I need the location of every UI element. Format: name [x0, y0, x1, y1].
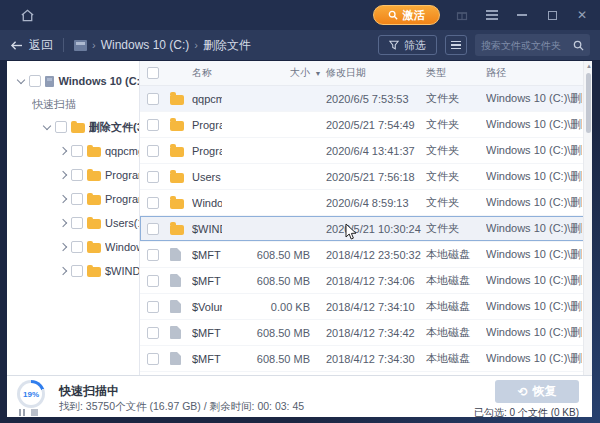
chevron-right-icon[interactable]: [59, 267, 67, 275]
row-checkbox[interactable]: [147, 275, 159, 287]
cell-date: 2020/6/4 13:41:37: [326, 145, 426, 157]
maximize-button[interactable]: [544, 7, 560, 23]
row-checkbox[interactable]: [147, 119, 159, 131]
cell-path: Windows 10 (C:)\删除...: [486, 117, 582, 132]
divider: [63, 38, 64, 52]
row-checkbox[interactable]: [147, 353, 159, 365]
cell-path: Windows 10 (C:)\删除...: [486, 221, 582, 236]
chevron-down-icon[interactable]: [17, 77, 25, 85]
gift-icon[interactable]: [454, 7, 470, 23]
row-checkbox[interactable]: [147, 249, 159, 261]
header-path[interactable]: 路径: [486, 66, 582, 80]
cell-type: 本地磁盘: [426, 273, 486, 288]
title-bar: 激活 ✕: [0, 0, 600, 30]
tree-item-folder[interactable]: $WINDO...: [7, 259, 139, 283]
chevron-down-icon[interactable]: [43, 123, 51, 131]
filter-button[interactable]: 筛选: [378, 35, 437, 55]
cell-date: 2018/4/12 7:34:06: [326, 275, 426, 287]
table-row[interactable]: Program Files 2020/5/21 7:54:49 文件夹 Wind…: [140, 112, 592, 138]
chevron-right-icon[interactable]: [59, 219, 67, 227]
table-row[interactable]: $Volume 0.00 KB 2018/4/12 7:34:10 本地磁盘 W…: [140, 294, 592, 320]
close-button[interactable]: ✕: [574, 7, 590, 23]
file-table: 名称 大小 ▼ 修改日期 类型 路径 qqpcmgr_docpro 2020/6…: [140, 61, 592, 375]
folder-icon: [87, 243, 101, 253]
tree-item-folder[interactable]: Windows...: [7, 235, 139, 259]
table-row[interactable]: Users 2020/5/21 7:56:18 文件夹 Windows 10 (…: [140, 164, 592, 190]
row-checkbox[interactable]: [147, 197, 159, 209]
file-type-icon: [170, 173, 184, 183]
table-row[interactable]: $MFT 608.50 MB 2018/4/12 7:34:30 本地磁盘 Wi…: [140, 346, 592, 372]
back-button[interactable]: 返回: [10, 37, 53, 54]
chevron-right-icon[interactable]: [59, 147, 67, 155]
tree-item-folder[interactable]: Users(16...: [7, 211, 139, 235]
row-checkbox[interactable]: [147, 171, 159, 183]
chevron-right-icon[interactable]: [59, 243, 67, 251]
table-row[interactable]: $MFT 608.50 MB 2018/4/12 7:34:06 本地磁盘 Wi…: [140, 268, 592, 294]
vertical-scrollbar[interactable]: ▲: [583, 61, 592, 375]
tree-item-folder[interactable]: Program ...: [7, 163, 139, 187]
row-checkbox[interactable]: [147, 301, 159, 313]
chevron-right-icon[interactable]: [59, 195, 67, 203]
cell-path: Windows 10 (C:)\删除...: [486, 273, 582, 288]
table-row[interactable]: qqpcmgr_docpro 2020/6/5 7:53:53 文件夹 Wind…: [140, 86, 592, 112]
tree-item-deleted-files[interactable]: 删除文件(337...: [7, 115, 139, 139]
cell-type: 文件夹: [426, 221, 486, 236]
tree-item-folder[interactable]: Program...: [7, 187, 139, 211]
scrollbar-thumb[interactable]: [586, 73, 591, 133]
breadcrumb-separator: ›: [92, 39, 96, 51]
breadcrumb-folder[interactable]: 删除文件: [203, 37, 251, 54]
tree-item-quick-scan[interactable]: 快速扫描: [7, 93, 139, 115]
cell-type: 文件夹: [426, 143, 486, 158]
cell-name: $MFT: [192, 249, 222, 261]
tree-checkbox[interactable]: [55, 121, 67, 133]
scroll-up-icon[interactable]: ▲: [586, 63, 592, 69]
breadcrumb-drive[interactable]: Windows 10 (C:): [101, 38, 190, 52]
table-row[interactable]: $WINDOWS.~BT 2020/5/21 10:30:24 文件夹 Wind…: [140, 216, 592, 242]
tree-item-folder[interactable]: qqpcmgr...: [7, 139, 139, 163]
table-row[interactable]: ProgramData 2020/6/4 13:41:37 文件夹 Window…: [140, 138, 592, 164]
tree-checkbox[interactable]: [71, 265, 83, 277]
table-row[interactable]: Windows 2020/6/4 8:59:13 文件夹 Windows 10 …: [140, 190, 592, 216]
cell-name: $Volume: [192, 301, 222, 313]
tree-checkbox[interactable]: [71, 145, 83, 157]
window-frame: [0, 417, 600, 423]
breadcrumb-separator: ›: [194, 39, 198, 51]
header-size[interactable]: 大小: [222, 66, 310, 80]
list-view-button[interactable]: [445, 35, 467, 55]
tree-checkbox[interactable]: [71, 169, 83, 181]
tree-checkbox[interactable]: [29, 75, 41, 87]
recover-button[interactable]: ⟲ 恢复: [495, 380, 579, 403]
activate-button[interactable]: 激活: [373, 5, 440, 25]
folder-icon: [71, 123, 85, 133]
header-type[interactable]: 类型: [426, 66, 486, 80]
cell-date: 2018/4/12 7:34:42: [326, 327, 426, 339]
search-input[interactable]: [481, 40, 573, 51]
folder-icon: [87, 219, 101, 229]
scan-status-title: 快速扫描中: [59, 383, 119, 400]
row-checkbox[interactable]: [147, 327, 159, 339]
sort-arrow-icon[interactable]: ▼: [310, 70, 326, 77]
tree-checkbox[interactable]: [71, 241, 83, 253]
table-row[interactable]: $MFT 608.50 MB 2018/4/12 7:34:42 本地磁盘 Wi…: [140, 320, 592, 346]
menu-icon[interactable]: [484, 7, 500, 23]
folder-icon: [87, 267, 101, 277]
select-all-checkbox[interactable]: [147, 67, 159, 79]
tree-checkbox[interactable]: [71, 217, 83, 229]
activate-label: 激活: [403, 8, 425, 23]
pause-icon[interactable]: [19, 409, 25, 416]
chevron-right-icon[interactable]: [59, 171, 67, 179]
row-checkbox[interactable]: [147, 145, 159, 157]
table-row[interactable]: $MFT 608.50 MB 2018/4/12 23:50:32 本地磁盘 W…: [140, 242, 592, 268]
header-name[interactable]: 名称: [192, 66, 222, 80]
header-date[interactable]: 修改日期: [326, 66, 426, 80]
row-checkbox[interactable]: [147, 93, 159, 105]
home-icon[interactable]: [16, 4, 38, 26]
tree-checkbox[interactable]: [71, 193, 83, 205]
folder-tree: Windows 10 (C:)(33... 快速扫描 删除文件(337... q…: [7, 61, 140, 375]
cell-type: 本地磁盘: [426, 325, 486, 340]
row-checkbox[interactable]: [147, 223, 159, 235]
tree-item-drive-root[interactable]: Windows 10 (C:)(33...: [7, 69, 139, 93]
stop-icon[interactable]: [31, 409, 38, 416]
drive-icon: [74, 40, 87, 51]
minimize-button[interactable]: [514, 7, 530, 23]
